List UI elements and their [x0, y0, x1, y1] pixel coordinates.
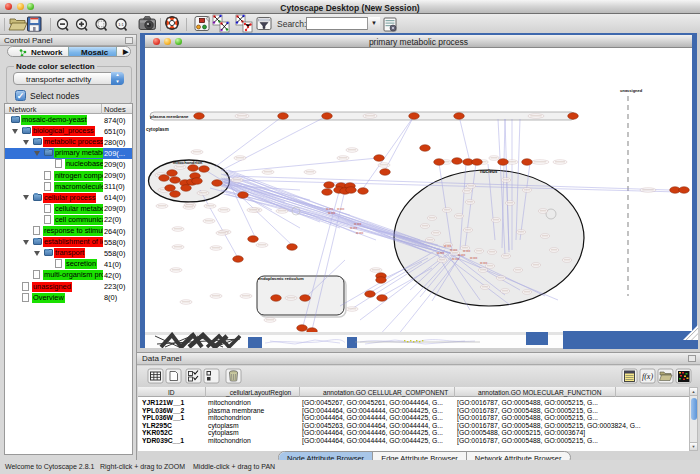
svg-text:xx xxx: xx xxx: [337, 208, 345, 211]
svg-text:unassigned: unassigned: [620, 88, 643, 93]
svg-text:xx xxx: xx xxx: [326, 208, 334, 211]
svg-text:xx xxx: xx xxx: [463, 250, 471, 253]
svg-text:1:1: 1:1: [118, 22, 124, 27]
svg-text:xx xxx: xx xxx: [437, 252, 445, 255]
svg-text:xx xxx: xx xxx: [458, 254, 466, 257]
svg-text:xx xxx: xx xxx: [480, 262, 488, 265]
svg-text:xx xxx: xx xxx: [356, 232, 364, 235]
svg-text:mitochondrion: mitochondrion: [173, 160, 203, 165]
svg-text:nucleus: nucleus: [480, 169, 498, 174]
svg-text:xx xxx: xx xxx: [470, 257, 478, 260]
svg-text:endoplasmic reticulum: endoplasmic reticulum: [258, 276, 304, 281]
svg-text:xx xxx: xx xxx: [452, 258, 460, 261]
svg-text:plasma membrane: plasma membrane: [150, 114, 189, 119]
svg-text:cytoplasm: cytoplasm: [146, 127, 169, 132]
svg-text:xx xxx: xx xxx: [444, 245, 452, 248]
svg-text:xx xxx: xx xxx: [450, 249, 458, 252]
svg-text:xx xxx: xx xxx: [354, 223, 362, 226]
svg-text:f(x): f(x): [642, 372, 653, 381]
svg-text:xx xxx: xx xxx: [328, 212, 336, 215]
svg-text:xx xxx: xx xxx: [350, 227, 358, 230]
